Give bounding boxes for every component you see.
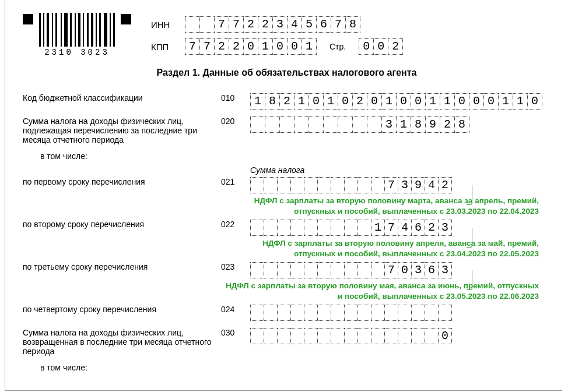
- row-kbk: Код бюджетной классификации 010 18210102…: [23, 93, 551, 110]
- row-s4: по четвертому сроку перечисления 024: [23, 305, 551, 321]
- value-ret: 0: [250, 328, 551, 344]
- label-s4: по четвертому сроку перечисления: [23, 305, 221, 314]
- value-s4: [250, 305, 551, 321]
- page-label: Стр.: [329, 42, 346, 51]
- value-kbk: 18210102010011000110: [250, 93, 551, 110]
- tax-form-page: 2310 3023 ИНН 7722345678 КПП 772201001 С…: [5, 1, 562, 391]
- kpp-boxes: 772201001: [185, 38, 317, 55]
- code-sum3m: 020: [221, 116, 250, 126]
- subline-2: в том числе:: [40, 363, 551, 372]
- inn-label: ИНН: [151, 20, 177, 30]
- kpp-row: КПП 772201001 Стр. 002: [151, 38, 403, 55]
- label-s1: по первому сроку перечисления: [23, 177, 221, 186]
- label-s2: по второму сроку перечисления: [23, 220, 221, 229]
- row-sum3m: Сумма налога на доходы физических лиц, п…: [23, 116, 551, 144]
- section-title: Раздел 1. Данные об обязательствах налог…: [23, 68, 551, 78]
- label-kbk: Код бюджетной классификации: [23, 93, 221, 103]
- form-header: 2310 3023 ИНН 7722345678 КПП 772201001 С…: [23, 13, 551, 57]
- bracket-icon: [467, 228, 472, 248]
- value-s1: 73942: [250, 177, 551, 193]
- label-s3: по третьему сроку перечисления: [23, 262, 221, 271]
- bracket-icon: [467, 185, 472, 205]
- inn-row: ИНН 7722345678: [151, 16, 403, 33]
- code-s2: 022: [221, 220, 250, 229]
- barcode-icon: [37, 13, 117, 47]
- code-s1: 021: [221, 177, 250, 186]
- value-s2: 174623: [250, 220, 551, 236]
- row-ret: Сумма налога на доходы физических лиц, в…: [23, 328, 551, 356]
- square-marker-right: [121, 14, 131, 24]
- code-s3: 023: [221, 262, 250, 271]
- label-sum3m: Сумма налога на доходы физических лиц, п…: [23, 116, 221, 144]
- inn-boxes: 7722345678: [185, 16, 360, 33]
- code-ret: 030: [221, 328, 250, 337]
- value-sum3m: 318928: [250, 116, 551, 133]
- subline-1: в том числе:: [40, 151, 551, 161]
- kpp-label: КПП: [151, 42, 177, 52]
- page-boxes: 002: [359, 38, 403, 55]
- barcode-block: 2310 3023: [23, 13, 131, 57]
- square-marker-left: [23, 14, 33, 24]
- value-s3: 70363: [250, 262, 551, 278]
- code-s4: 024: [221, 305, 250, 314]
- id-block: ИНН 7722345678 КПП 772201001 Стр. 002: [151, 16, 403, 55]
- label-ret: Сумма налога на доходы физических лиц, в…: [23, 328, 221, 356]
- bracket-icon: [467, 270, 472, 290]
- code-kbk: 010: [221, 93, 250, 103]
- barcode-label: 2310 3023: [44, 48, 110, 57]
- sum-header: Сумма налога: [250, 165, 551, 175]
